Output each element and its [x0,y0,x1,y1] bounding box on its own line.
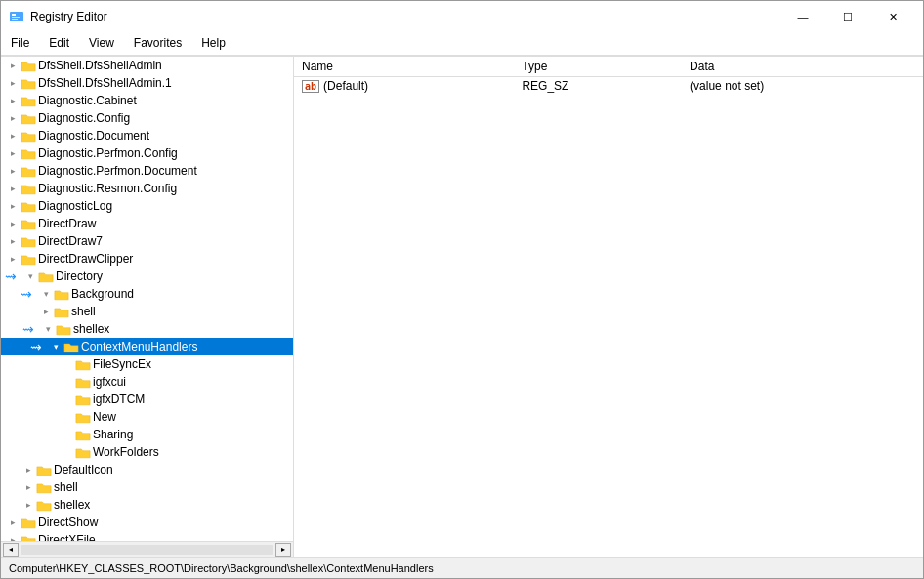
tree-item-diagperfmondoc[interactable]: Diagnostic.Perfmon.Document [1,162,293,180]
connector-directory: ⇝ [5,269,22,284]
tree-item-sharing[interactable]: Sharing [1,426,293,443]
tree-item-diagdoc[interactable]: Diagnostic.Document [1,127,293,145]
tree-item-directdraw7[interactable]: DirectDraw7 [1,232,293,250]
menu-view[interactable]: View [79,34,124,53]
expander-background[interactable] [38,286,54,302]
expander-directdrawclipper[interactable] [5,251,21,267]
minimize-button[interactable]: — [780,1,825,32]
tree-item-diagperfmonconfig[interactable]: Diagnostic.Perfmon.Config [1,145,293,162]
folder-icon [21,145,36,161]
menu-favorites[interactable]: Favorites [124,34,191,53]
status-bar: Computer\HKEY_CLASSES_ROOT\Directory\Bac… [1,557,923,578]
menu-help[interactable]: Help [191,34,235,53]
folder-icon [36,479,52,495]
folder-icon [56,321,71,337]
expander-diagconfig[interactable] [5,110,21,126]
tree-item-diaglog[interactable]: DiagnosticLog [1,197,293,215]
reg-sz-icon: ab [302,80,319,93]
expander-diaglog[interactable] [5,198,21,214]
folder-icon [21,515,36,530]
expander-dir-shell[interactable] [21,479,36,495]
tree-panel: DfsShell.DfsShellAdmin DfsShell.DfsShell… [1,57,294,557]
tree-item-directdrawclipper[interactable]: DirectDrawClipper [1,250,293,268]
tree-item-diagconfig[interactable]: Diagnostic.Config [1,109,293,127]
folder-icon [75,374,91,390]
expander-sharing [60,427,75,442]
tree-item-igfxcui[interactable]: igfxcui [1,373,293,391]
tree-item-diagresmon[interactable]: Diagnostic.Resmon.Config [1,180,293,197]
expander-dir-shellex[interactable] [21,497,36,513]
tree-item-contextmenuhandlers[interactable]: ⇝ ContextMenuHandlers [1,338,293,355]
tree-item-dir-shellex[interactable]: shellex [1,496,293,514]
expander-filesyncex [60,356,75,372]
tree-item-dfsshelladmin[interactable]: DfsShell.DfsShellAdmin [1,57,293,74]
expander-dfsshelladmin1[interactable] [5,75,21,91]
folder-icon [21,198,36,214]
expander-background-shellex[interactable] [40,321,56,337]
tree-item-directxfile[interactable]: DirectXFile [1,531,293,541]
close-button[interactable]: ✕ [870,1,915,32]
expander-diagperfmondoc[interactable] [5,163,21,179]
folder-icon [21,216,36,231]
tree-item-directdraw[interactable]: DirectDraw [1,215,293,232]
svg-rect-3 [12,19,18,20]
folder-icon [75,356,91,372]
expander-dfsshelladmin[interactable] [5,58,21,73]
table-row-default[interactable]: ab(Default) REG_SZ (value not set) [294,77,923,96]
tree-item-igfxdtcm[interactable]: igfxDTCM [1,391,293,408]
svg-rect-2 [12,17,20,18]
expander-diagperfmonconfig[interactable] [5,145,21,161]
right-panel: Name Type Data ab(Default) REG_SZ (value… [294,57,923,557]
expander-directdraw7[interactable] [5,233,21,249]
cell-name: ab(Default) [294,77,514,96]
expander-directshow[interactable] [5,515,21,530]
maximize-button[interactable]: ☐ [825,1,870,32]
col-type: Type [514,57,682,77]
title-bar-controls: — ☐ ✕ [780,1,915,32]
tree-item-directory[interactable]: ⇝ Directory [1,268,293,285]
menu-file[interactable]: File [1,34,39,53]
expander-defaulticon[interactable] [21,462,36,477]
expander-directdraw[interactable] [5,216,21,231]
tree-item-background-shellex[interactable]: ⇝ shellex [1,320,293,338]
folder-icon [21,75,36,91]
col-data: Data [682,57,923,77]
expander-directxfile[interactable] [5,532,21,541]
tree-scroll[interactable]: DfsShell.DfsShellAdmin DfsShell.DfsShell… [1,57,293,541]
cell-data: (value not set) [682,77,923,96]
tree-item-dir-shell[interactable]: shell [1,478,293,496]
col-name: Name [294,57,514,77]
values-table: Name Type Data ab(Default) REG_SZ (value… [294,57,923,95]
expander-diagdoc[interactable] [5,128,21,144]
folder-icon [21,93,36,108]
tree-item-new[interactable]: New [1,408,293,426]
folder-icon [21,251,36,267]
folder-icon [54,286,69,302]
tree-item-dfsshelladmin1[interactable]: DfsShell.DfsShellAdmin.1 [1,74,293,92]
expander-new [60,409,75,425]
expander-workfolders [60,444,75,460]
connector-cmh: ⇝ [30,339,48,354]
expander-directory[interactable] [22,269,38,284]
tree-item-defaulticon[interactable]: DefaultIcon [1,461,293,478]
hscroll-thumb[interactable] [21,545,273,555]
tree-item-filesyncex[interactable]: FileSyncEx [1,355,293,373]
expander-diagresmon[interactable] [5,181,21,196]
tree-item-background[interactable]: ⇝ Background [1,285,293,303]
tree-item-directshow[interactable]: DirectShow [1,514,293,531]
tree-item-background-shell[interactable]: shell [1,303,293,320]
folder-icon [38,269,54,284]
tree-hscrollbar[interactable]: ◂ ▸ [1,541,293,557]
title-bar-left: Registry Editor [9,9,107,24]
tree-item-diagcabinet[interactable]: Diagnostic.Cabinet [1,92,293,109]
expander-cmh[interactable] [48,339,63,354]
tree-item-workfolders[interactable]: WorkFolders [1,443,293,461]
hscroll-right[interactable]: ▸ [275,543,291,557]
expander-igfxcui [60,374,75,390]
expander-background-shell[interactable] [38,304,54,319]
folder-icon [21,110,36,126]
expander-diagcabinet[interactable] [5,93,21,108]
menu-edit[interactable]: Edit [39,34,79,53]
hscroll-left[interactable]: ◂ [3,543,19,557]
folder-icon-selected [63,339,79,354]
